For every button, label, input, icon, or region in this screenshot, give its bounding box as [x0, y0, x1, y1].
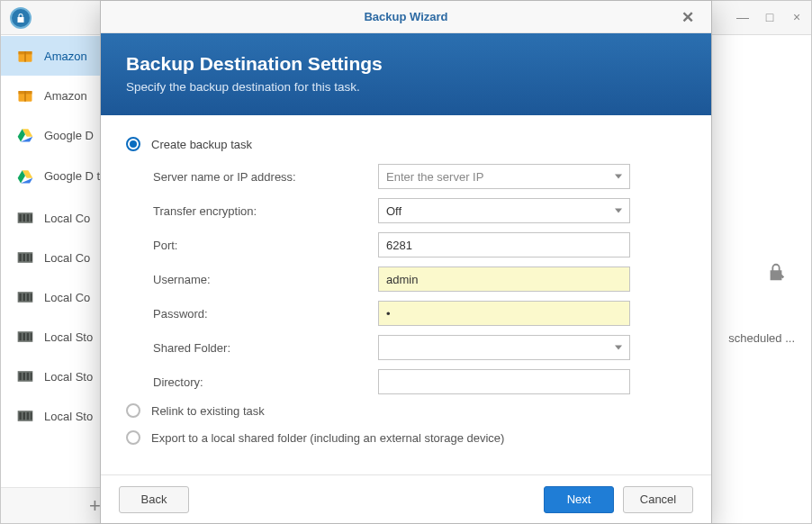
- svg-rect-19: [23, 254, 26, 261]
- svg-rect-34: [23, 373, 26, 380]
- svg-rect-13: [19, 214, 22, 221]
- label-port: Port:: [153, 239, 378, 252]
- radio-label: Export to a local shared folder (includi…: [151, 431, 504, 445]
- svg-rect-29: [23, 333, 26, 340]
- svg-rect-24: [23, 294, 26, 301]
- svg-rect-33: [19, 373, 22, 380]
- storage-icon: [15, 327, 35, 347]
- password-input[interactable]: [378, 301, 630, 326]
- backup-wizard-modal: Backup Wizard ✕ Backup Destination Setti…: [100, 0, 712, 524]
- storage-icon: [15, 406, 35, 426]
- storage-icon: [15, 287, 35, 307]
- banner-subtitle: Specify the backup destination for this …: [126, 80, 686, 94]
- svg-rect-41: [31, 412, 32, 420]
- svg-rect-25: [27, 294, 30, 301]
- amazon-box-icon: [15, 46, 35, 66]
- plus-icon: +: [89, 494, 101, 518]
- server-ip-select[interactable]: Enter the server IP: [378, 164, 630, 189]
- modal-banner: Backup Destination Settings Specify the …: [101, 33, 711, 115]
- directory-input[interactable]: [378, 369, 630, 394]
- radio-icon[interactable]: [126, 137, 140, 151]
- amazon-box-icon: [15, 86, 35, 105]
- storage-icon: [15, 248, 35, 267]
- username-input[interactable]: [378, 267, 630, 292]
- cancel-button[interactable]: Cancel: [623, 486, 693, 513]
- storage-icon: [15, 208, 35, 228]
- server-ip-placeholder: Enter the server IP: [386, 170, 483, 184]
- label-shared: Shared Folder:: [153, 341, 378, 355]
- next-button[interactable]: Next: [544, 486, 614, 513]
- back-button[interactable]: Back: [119, 486, 189, 513]
- label-password: Password:: [153, 307, 378, 321]
- svg-rect-35: [27, 373, 30, 380]
- storage-icon: [15, 366, 35, 386]
- svg-rect-5: [24, 91, 26, 102]
- radio-icon[interactable]: [126, 403, 140, 418]
- svg-rect-15: [27, 214, 30, 221]
- sidebar-item-label: Local Sto: [44, 410, 93, 423]
- radio-relink-task[interactable]: Relink to existing task: [126, 403, 686, 418]
- svg-rect-18: [19, 254, 22, 261]
- svg-rect-26: [31, 294, 32, 301]
- lock-key-icon[interactable]: [766, 262, 786, 285]
- modal-titlebar: Backup Wizard ✕: [101, 1, 711, 33]
- sidebar-item-label: Local Co: [44, 291, 90, 304]
- google-drive-icon: [15, 125, 35, 145]
- sidebar-item-label: Google D: [44, 129, 94, 142]
- port-input[interactable]: [378, 232, 630, 257]
- google-drive-icon: [15, 167, 35, 186]
- window-minimize-icon[interactable]: —: [734, 10, 752, 24]
- sidebar-item-label: Local Sto: [44, 370, 93, 384]
- svg-rect-20: [27, 254, 30, 261]
- banner-title: Backup Destination Settings: [126, 53, 686, 75]
- chevron-down-icon: [615, 346, 622, 350]
- sidebar-item-label: Local Co: [44, 212, 90, 225]
- chevron-down-icon: [615, 175, 622, 179]
- svg-rect-39: [23, 412, 26, 420]
- svg-rect-21: [31, 254, 32, 261]
- svg-rect-16: [31, 214, 32, 221]
- radio-label: Relink to existing task: [151, 404, 265, 418]
- modal-title: Backup Wizard: [364, 10, 447, 23]
- radio-icon[interactable]: [126, 430, 140, 445]
- window-maximize-icon[interactable]: □: [761, 10, 779, 24]
- shared-folder-select[interactable]: [378, 335, 630, 360]
- sidebar-item-label: Amazon: [44, 50, 87, 63]
- encryption-select[interactable]: Off: [378, 198, 630, 223]
- svg-rect-2: [24, 51, 26, 62]
- svg-rect-40: [27, 412, 30, 420]
- svg-rect-28: [19, 333, 22, 340]
- app-logo-icon: [10, 7, 32, 29]
- label-server: Server name or IP address:: [153, 170, 378, 184]
- svg-rect-23: [19, 294, 22, 301]
- encryption-value: Off: [386, 204, 401, 218]
- modal-close-icon[interactable]: ✕: [673, 1, 702, 33]
- radio-label: Create backup task: [151, 138, 252, 151]
- chevron-down-icon: [615, 209, 622, 213]
- label-username: Username:: [153, 273, 378, 286]
- svg-rect-36: [31, 373, 32, 380]
- svg-rect-14: [23, 214, 26, 221]
- svg-rect-38: [19, 412, 22, 420]
- radio-create-task[interactable]: Create backup task: [126, 137, 686, 151]
- sidebar-item-label: Local Co: [44, 251, 90, 265]
- svg-rect-31: [31, 333, 32, 340]
- svg-rect-30: [27, 333, 30, 340]
- scheduled-text: scheduled ...: [728, 331, 795, 345]
- sidebar-item-label: Local Sto: [44, 330, 93, 344]
- window-close-icon[interactable]: ×: [788, 10, 806, 24]
- radio-export-task[interactable]: Export to a local shared folder (includi…: [126, 430, 686, 445]
- sidebar-item-label: Amazon: [44, 89, 87, 103]
- modal-body: Create backup task Server name or IP add…: [101, 115, 711, 474]
- modal-footer: Back Next Cancel: [101, 474, 711, 523]
- label-encryption: Transfer encryption:: [153, 204, 378, 218]
- label-directory: Directory:: [153, 375, 378, 389]
